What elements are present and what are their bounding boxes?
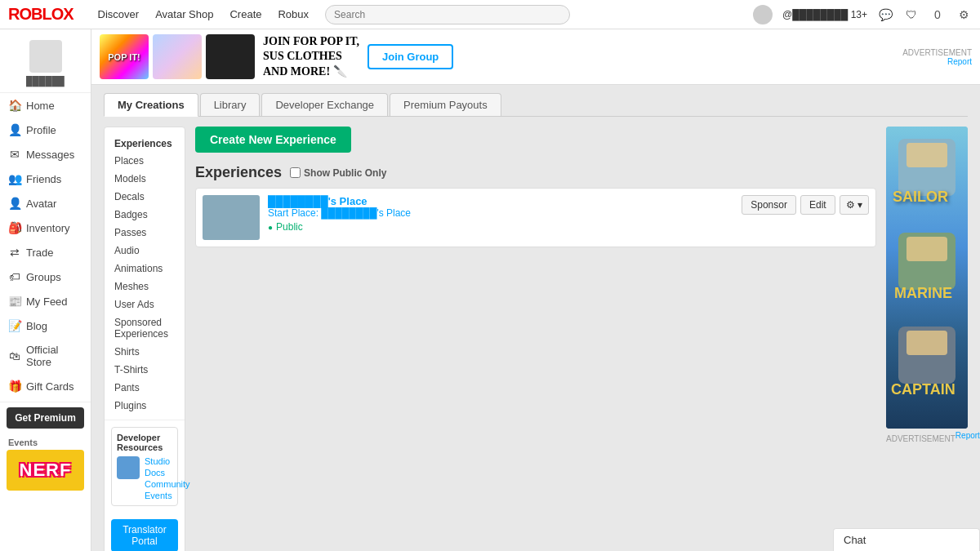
ad-label: ADVERTISEMENT xyxy=(902,48,972,57)
tab-my-creations[interactable]: My Creations xyxy=(104,93,198,117)
avatar xyxy=(753,5,773,24)
dev-link-docs[interactable]: Docs xyxy=(145,468,190,478)
sidebar-item-friends[interactable]: 👥 Friends xyxy=(0,167,91,191)
svg-text:MARINE: MARINE xyxy=(894,285,952,301)
sidebar-item-official-store[interactable]: 🛍 Official Store xyxy=(0,338,91,374)
tab-developer-exchange[interactable]: Developer Exchange xyxy=(261,93,388,116)
left-panel: Experiences Places Models Decals Badges … xyxy=(104,127,185,551)
left-panel-item-meshes[interactable]: Meshes xyxy=(105,278,185,295)
messages-icon: ✉ xyxy=(8,148,21,161)
sidebar-item-label: Gift Cards xyxy=(26,380,74,393)
nav-create[interactable]: Create xyxy=(229,8,261,20)
join-group-button[interactable]: Join Group xyxy=(368,44,453,69)
sidebar-item-myfeed[interactable]: 📰 My Feed xyxy=(0,289,91,313)
sidebar-avatar xyxy=(29,40,62,73)
ad-report-link[interactable]: Report xyxy=(947,57,972,66)
tab-premium-payouts[interactable]: Premium Payouts xyxy=(390,93,501,116)
sidebar-item-profile[interactable]: 👤 Profile xyxy=(0,118,91,142)
tab-library[interactable]: Library xyxy=(200,93,261,116)
right-ad-report[interactable]: Report xyxy=(956,431,980,443)
left-panel-section-experiences: Experiences xyxy=(105,134,185,152)
sidebar-item-gift-cards[interactable]: 🎁 Gift Cards xyxy=(0,374,91,398)
edit-button[interactable]: Edit xyxy=(800,195,835,215)
sidebar-item-label: Trade xyxy=(26,247,53,259)
left-panel-item-pants[interactable]: Pants xyxy=(105,379,185,397)
advertisement-banner: POP IT! JOIN FOR POP IT,SUS CLOTHESAND M… xyxy=(91,29,980,85)
left-panel-item-decals[interactable]: Decals xyxy=(105,188,185,206)
settings-icon[interactable]: ⚙ xyxy=(956,7,972,23)
events-banner[interactable]: NERF xyxy=(7,450,84,491)
left-panel-item-sponsored[interactable]: SponsoredExperiences xyxy=(105,313,185,343)
svg-rect-8 xyxy=(906,331,947,355)
groups-icon: 🏷 xyxy=(8,270,21,283)
content-body: Experiences Places Models Decals Badges … xyxy=(104,127,968,551)
sidebar-item-groups[interactable]: 🏷 Groups xyxy=(0,264,91,289)
right-ad-label: ADVERTISEMENT xyxy=(886,434,956,443)
sidebar-item-label: Avatar xyxy=(26,198,56,210)
translator-portal-button[interactable]: Translator Portal xyxy=(111,519,178,551)
dev-link-community[interactable]: Community xyxy=(145,479,190,489)
ad-image-fidget xyxy=(153,34,202,79)
roblox-logo: ROBLOX xyxy=(8,5,74,24)
home-icon: 🏠 xyxy=(8,99,21,112)
dev-resources-inner: Studio Docs Community Events xyxy=(117,456,172,500)
sidebar-item-home[interactable]: 🏠 Home xyxy=(0,93,91,118)
notification-icon[interactable]: 0 xyxy=(929,7,946,23)
nav-avatar-shop[interactable]: Avatar Shop xyxy=(155,8,213,20)
nav-links: Discover Avatar Shop Create Robux xyxy=(98,8,310,20)
sidebar-item-label: Friends xyxy=(26,173,61,185)
tabs-container: My Creations Library Developer Exchange … xyxy=(104,93,968,117)
main-layout: ██████ 🏠 Home 👤 Profile ✉ Messages 👥 Fri… xyxy=(0,29,980,551)
left-panel-item-user-ads[interactable]: User Ads xyxy=(105,295,185,313)
left-panel-item-places[interactable]: Places xyxy=(105,152,185,170)
dev-link-events[interactable]: Events xyxy=(145,491,190,500)
search-input[interactable] xyxy=(325,5,570,24)
ad-image-game xyxy=(206,34,255,79)
left-panel-item-plugins[interactable]: Plugins xyxy=(105,397,185,415)
sidebar-item-label: Official Store xyxy=(26,344,82,368)
main-area: POP IT! JOIN FOR POP IT,SUS CLOTHESAND M… xyxy=(91,29,980,551)
nav-robux[interactable]: Robux xyxy=(278,8,309,20)
shield-icon[interactable]: 🛡 xyxy=(903,7,920,23)
ad-images: POP IT! xyxy=(100,34,255,79)
get-premium-button[interactable]: Get Premium xyxy=(7,407,84,429)
right-advertisement: SAILOR MARINE CAPTAIN ADVERTISEMENT xyxy=(886,127,968,551)
section-title: Experiences Show Public Only xyxy=(195,164,876,181)
chat-bar[interactable]: Chat xyxy=(833,528,980,551)
sponsor-button[interactable]: Sponsor xyxy=(742,195,796,215)
create-new-experience-button[interactable]: Create New Experience xyxy=(195,127,351,153)
experience-list-item: ████████'s Place Start Place: ████████'s… xyxy=(195,188,876,247)
search-container xyxy=(325,5,737,24)
chat-icon[interactable]: 💬 xyxy=(877,7,893,23)
profile-icon: 👤 xyxy=(8,123,21,136)
left-panel-item-audio[interactable]: Audio xyxy=(105,242,185,260)
developer-resources-section: Developer Resources Studio Docs Communit… xyxy=(111,427,178,506)
sidebar-item-label: Blog xyxy=(26,320,47,332)
dev-link-studio[interactable]: Studio xyxy=(145,456,190,466)
experience-start-place[interactable]: Start Place: ████████'s Place xyxy=(268,207,733,219)
right-ad-meta: ADVERTISEMENT Report xyxy=(886,431,968,443)
sidebar: ██████ 🏠 Home 👤 Profile ✉ Messages 👥 Fri… xyxy=(0,29,91,551)
experience-name[interactable]: ████████'s Place xyxy=(268,195,733,207)
dev-resources-links: Studio Docs Community Events xyxy=(145,456,190,500)
sidebar-item-inventory[interactable]: 🎒 Inventory xyxy=(0,216,91,240)
sidebar-item-avatar[interactable]: 👤 Avatar xyxy=(0,191,91,216)
sidebar-item-trade[interactable]: ⇄ Trade xyxy=(0,240,91,264)
sidebar-item-blog[interactable]: 📝 Blog xyxy=(0,313,91,338)
sidebar-item-messages[interactable]: ✉ Messages xyxy=(0,142,91,167)
left-panel-item-animations[interactable]: Animations xyxy=(105,260,185,278)
nav-discover[interactable]: Discover xyxy=(98,8,140,20)
ad-image-pop: POP IT! xyxy=(100,34,149,79)
left-panel-item-passes[interactable]: Passes xyxy=(105,224,185,242)
left-panel-item-t-shirts[interactable]: T-Shirts xyxy=(105,361,185,379)
left-panel-item-badges[interactable]: Badges xyxy=(105,206,185,224)
show-public-checkbox[interactable] xyxy=(290,167,301,178)
top-navigation: ROBLOX Discover Avatar Shop Create Robux… xyxy=(0,0,980,29)
gear-button[interactable]: ⚙ ▾ xyxy=(840,195,869,215)
experience-info: ████████'s Place Start Place: ████████'s… xyxy=(268,195,733,233)
experiences-title: Experiences xyxy=(195,164,282,181)
ad-right-section: ADVERTISEMENT Report xyxy=(902,48,972,66)
left-panel-item-shirts[interactable]: Shirts xyxy=(105,343,185,361)
show-public-label: Show Public Only xyxy=(290,167,386,179)
left-panel-item-models[interactable]: Models xyxy=(105,170,185,188)
